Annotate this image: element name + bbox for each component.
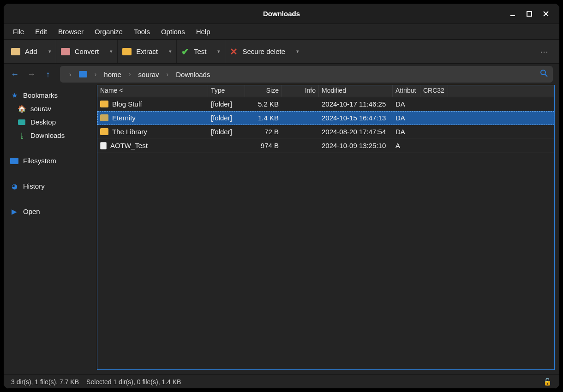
add-button[interactable]: Add ▾ — [6, 40, 56, 63]
svg-line-3 — [545, 74, 547, 77]
nav-back-button[interactable]: ← — [10, 70, 19, 79]
maximize-button[interactable] — [524, 9, 534, 19]
chevron-down-icon: ▾ — [48, 48, 51, 54]
sidebar-open[interactable]: ▶ Open — [7, 206, 92, 217]
toolbar: Add ▾ Convert ▾ Extract ▾ ✔ Test ▾ ✕ Sec… — [4, 40, 559, 64]
secure-delete-label: Secure delete — [242, 48, 285, 55]
file-name: The Library — [112, 128, 147, 136]
svg-rect-1 — [527, 12, 532, 16]
menu-organize[interactable]: Organize — [90, 26, 127, 37]
menu-tools[interactable]: Tools — [129, 26, 155, 37]
menu-file[interactable]: File — [8, 26, 29, 37]
bookmarks-label: Bookmarks — [23, 91, 58, 99]
crumb-home[interactable]: home — [104, 71, 121, 78]
col-modified[interactable]: Modified — [319, 85, 393, 97]
window-controls — [508, 4, 556, 24]
folder-extract-icon — [122, 48, 132, 55]
menu-browser[interactable]: Browser — [54, 26, 88, 37]
lock-icon: 🔓 — [543, 378, 552, 386]
table-row[interactable]: AOTW_Test974 B2024-10-09 13:25:10A — [97, 139, 554, 153]
sidebar-bookmarks-header[interactable]: ★ Bookmarks — [7, 89, 92, 101]
search-icon[interactable] — [540, 69, 548, 79]
convert-button[interactable]: Convert ▾ — [56, 40, 118, 63]
menu-edit[interactable]: Edit — [30, 26, 52, 37]
nav-row: ← → ↑ › › home › sourav › Downloads — [4, 64, 559, 85]
status-summary: 3 dir(s), 1 file(s), 7.7 KB — [11, 378, 79, 386]
col-crc32[interactable]: CRC32 — [420, 85, 448, 97]
sidebar-item-downloads[interactable]: ⭳ Downloads — [7, 130, 92, 141]
chevron-down-icon: ▾ — [217, 48, 220, 54]
open-icon: ▶ — [10, 208, 18, 215]
history-label: History — [23, 182, 45, 190]
sidebar-filesystem[interactable]: Filesystem — [7, 155, 92, 166]
chevron-right-icon: › — [162, 71, 174, 78]
menu-help[interactable]: Help — [192, 26, 215, 37]
open-label: Open — [23, 208, 40, 215]
table-row[interactable]: Eternity[folder]1.4 KB2024-10-15 16:47:1… — [97, 111, 554, 125]
folder-icon — [100, 128, 108, 135]
x-icon: ✕ — [230, 46, 238, 57]
file-size: 72 B — [245, 128, 282, 136]
file-size: 974 B — [245, 142, 282, 149]
file-size: 1.4 KB — [245, 114, 282, 122]
file-panel: Name < Type Size Info Modified Attribut … — [97, 85, 555, 370]
statusbar: 3 dir(s), 1 file(s), 7.7 KB Selected 1 d… — [4, 374, 559, 388]
file-attributes: DA — [393, 114, 420, 122]
svg-rect-0 — [510, 15, 515, 16]
nav-arrows: ← → ↑ — [10, 70, 55, 79]
sidebar-item-desktop[interactable]: Desktop — [7, 116, 92, 128]
chevron-right-icon: › — [90, 71, 102, 78]
file-attributes: DA — [393, 128, 420, 136]
col-attributes[interactable]: Attribut — [393, 85, 420, 97]
app-window: Downloads File Edit Browser Organize Too… — [3, 3, 560, 389]
crumb-user[interactable]: sourav — [138, 71, 159, 78]
file-size: 5.2 KB — [245, 100, 282, 108]
file-modified: 2024-10-09 13:25:10 — [319, 142, 393, 149]
file-attributes: DA — [393, 100, 420, 108]
folder-icon — [100, 101, 108, 107]
star-icon: ★ — [10, 92, 18, 99]
file-modified: 2024-08-20 17:47:54 — [319, 128, 393, 136]
file-name: Blog Stuff — [112, 100, 142, 108]
test-label: Test — [194, 48, 207, 55]
window-title: Downloads — [263, 10, 300, 18]
root-drive-icon[interactable] — [79, 71, 87, 77]
col-name[interactable]: Name < — [97, 85, 208, 97]
column-headers: Name < Type Size Info Modified Attribut … — [97, 85, 554, 97]
test-button[interactable]: ✔ Test ▾ — [177, 40, 226, 63]
table-row[interactable]: Blog Stuff[folder]5.2 KB2024-10-17 11:46… — [97, 97, 554, 111]
col-info[interactable]: Info — [282, 85, 319, 97]
file-type: [folder] — [208, 114, 245, 122]
chevron-down-icon: ▾ — [110, 48, 113, 54]
menubar: File Edit Browser Organize Tools Options… — [4, 24, 559, 40]
desktop-icon — [18, 119, 26, 126]
nav-up-button[interactable]: ↑ — [43, 70, 53, 79]
home-icon: 🏠 — [18, 105, 26, 113]
status-selection: Selected 1 dir(s), 0 file(s), 1.4 KB — [86, 378, 181, 386]
sidebar-item-label: sourav — [30, 105, 51, 113]
col-size[interactable]: Size — [245, 85, 282, 97]
col-spacer — [448, 85, 554, 97]
sidebar-history[interactable]: ◕ History — [7, 180, 92, 192]
extract-button[interactable]: Extract ▾ — [118, 40, 177, 63]
table-row[interactable]: The Library[folder]72 B2024-08-20 17:47:… — [97, 125, 554, 139]
add-label: Add — [25, 48, 37, 55]
breadcrumb[interactable]: › › home › sourav › Downloads — [60, 66, 553, 83]
sidebar-item-home[interactable]: 🏠 sourav — [7, 103, 92, 114]
file-modified: 2024-10-17 11:46:25 — [319, 100, 393, 108]
file-name: AOTW_Test — [110, 142, 148, 149]
crumb-current[interactable]: Downloads — [176, 71, 210, 78]
minimize-button[interactable] — [508, 9, 518, 19]
secure-delete-button[interactable]: ✕ Secure delete ▾ — [225, 40, 304, 63]
filesystem-icon — [10, 158, 18, 164]
sidebar: ★ Bookmarks 🏠 sourav Desktop ⭳ Downloads… — [4, 85, 96, 374]
col-type[interactable]: Type — [208, 85, 245, 97]
chevron-right-icon: › — [124, 71, 136, 78]
chevron-right-icon: › — [65, 71, 76, 78]
menu-options[interactable]: Options — [156, 26, 190, 37]
nav-forward-button[interactable]: → — [27, 70, 36, 79]
close-button[interactable] — [541, 9, 551, 19]
sidebar-item-label: Downloads — [30, 131, 65, 139]
check-icon: ✔ — [181, 46, 189, 57]
toolbar-overflow-button[interactable]: ⋯ — [533, 40, 557, 63]
